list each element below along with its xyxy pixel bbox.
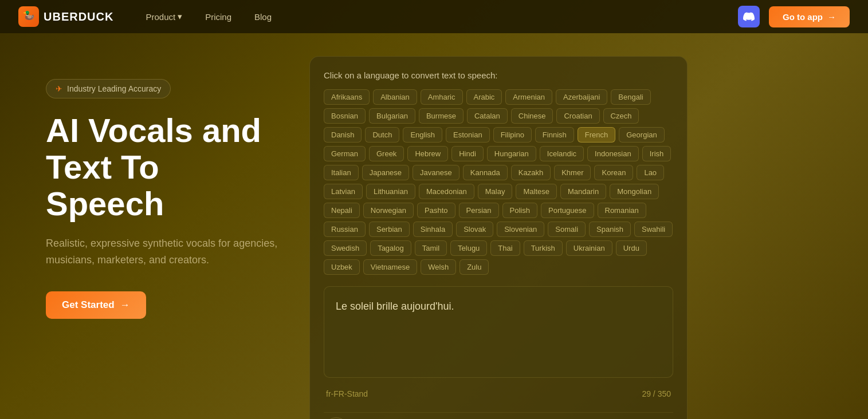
panel-footer: fr-FR-Stand 29 / 350 xyxy=(324,385,673,403)
language-tag[interactable]: Persian xyxy=(459,203,499,218)
language-tag[interactable]: Dutch xyxy=(365,127,399,143)
language-tag[interactable]: Mongolian xyxy=(610,184,659,199)
language-tag[interactable]: Amharic xyxy=(421,89,463,105)
language-tag[interactable]: Norwegian xyxy=(363,203,414,218)
language-tag[interactable]: Uzbek xyxy=(324,259,360,275)
language-tag[interactable]: Lithuanian xyxy=(366,184,415,199)
language-tag[interactable]: Spanish xyxy=(589,222,631,237)
language-tag[interactable]: Slovak xyxy=(456,222,493,237)
language-tag[interactable]: Khmer xyxy=(554,165,591,180)
language-tag[interactable]: Zulu xyxy=(459,259,489,275)
language-tag[interactable]: Serbian xyxy=(369,222,410,237)
language-tag[interactable]: Tagalog xyxy=(370,240,411,256)
language-tag[interactable]: Nepali xyxy=(324,203,360,218)
language-tag[interactable]: Romanian xyxy=(598,203,646,218)
language-tag[interactable]: Urdu xyxy=(616,240,647,256)
language-tag[interactable]: Hindi xyxy=(451,146,484,161)
language-tag[interactable]: Afrikaans xyxy=(324,89,370,105)
language-tag[interactable]: Hebrew xyxy=(407,146,448,161)
language-tag[interactable]: Tamil xyxy=(415,240,447,256)
language-tag[interactable]: Armenian xyxy=(505,89,552,105)
language-tag[interactable]: Croatian xyxy=(556,108,599,124)
language-tag[interactable]: Macedonian xyxy=(419,184,474,199)
accuracy-badge: ✈ Industry Leading Accuracy xyxy=(46,79,171,98)
language-tag[interactable]: Lao xyxy=(637,165,664,180)
tts-panel: Click on a language to convert text to s… xyxy=(309,56,688,419)
language-tag[interactable]: Bosnian xyxy=(324,108,366,124)
language-tag[interactable]: Telugu xyxy=(450,240,487,256)
language-tags: AfrikaansAlbanianAmharicArabicArmenianAz… xyxy=(324,89,673,275)
language-tag[interactable]: Hungarian xyxy=(487,146,536,161)
discord-button[interactable] xyxy=(738,6,760,27)
language-tag[interactable]: Arabic xyxy=(466,89,502,105)
language-tag[interactable]: Bulgarian xyxy=(369,108,415,124)
panel-controls: ▶ ↻ xyxy=(324,412,673,419)
language-tag[interactable]: English xyxy=(403,127,442,143)
text-area-container[interactable]: Le soleil brille aujourd'hui. xyxy=(324,286,673,378)
hero-title: AI Vocals and Text To Speech xyxy=(46,112,286,222)
language-tag[interactable]: Indonesian xyxy=(587,146,639,161)
language-tag[interactable]: Turkish xyxy=(524,240,563,256)
get-started-button[interactable]: Get Started → xyxy=(46,291,146,319)
goto-app-button[interactable]: Go to app → xyxy=(769,6,850,27)
language-tag[interactable]: Bengali xyxy=(611,89,650,105)
arrow-right-icon: → xyxy=(120,299,130,311)
language-tag[interactable]: Swedish xyxy=(324,240,367,256)
language-tag[interactable]: Filipino xyxy=(493,127,532,143)
language-tag[interactable]: Danish xyxy=(324,127,362,143)
language-tag[interactable]: Albanian xyxy=(373,89,417,105)
language-tag[interactable]: Swahili xyxy=(634,222,673,237)
navbar: 🦆 UBERDUCK Product ▾ Pricing Blog Go to … xyxy=(0,0,868,33)
language-tag[interactable]: Catalan xyxy=(467,108,508,124)
language-tag[interactable]: French xyxy=(578,127,615,143)
nav-links: Product ▾ Pricing Blog xyxy=(136,7,738,26)
main-content: ✈ Industry Leading Accuracy AI Vocals an… xyxy=(0,33,868,419)
hero-description: Realistic, expressive synthetic vocals f… xyxy=(46,235,286,268)
language-tag[interactable]: Georgian xyxy=(619,127,664,143)
language-tag[interactable]: Korean xyxy=(594,165,633,180)
language-tag[interactable]: Portuguese xyxy=(541,203,594,218)
nav-pricing[interactable]: Pricing xyxy=(196,7,241,26)
language-tag[interactable]: Burmese xyxy=(419,108,464,124)
logo-text: UBERDUCK xyxy=(44,10,113,23)
language-tag[interactable]: Japanese xyxy=(362,165,409,180)
language-tag[interactable]: Sinhala xyxy=(413,222,453,237)
language-tag[interactable]: Russian xyxy=(324,222,366,237)
language-tag[interactable]: Slovenian xyxy=(497,222,544,237)
nav-right: Go to app → xyxy=(738,6,850,27)
language-tag[interactable]: Finnish xyxy=(535,127,574,143)
language-tag[interactable]: Pashto xyxy=(417,203,455,218)
language-tag[interactable]: Ukrainian xyxy=(566,240,612,256)
language-tag[interactable]: Mandarin xyxy=(560,184,606,199)
language-tag[interactable]: Czech xyxy=(603,108,639,124)
nav-blog[interactable]: Blog xyxy=(245,7,281,26)
language-tag[interactable]: Maltese xyxy=(516,184,557,199)
nav-product[interactable]: Product ▾ xyxy=(136,7,191,26)
logo[interactable]: 🦆 UBERDUCK xyxy=(18,6,113,27)
panel-title: Click on a language to convert text to s… xyxy=(324,70,673,80)
language-tag[interactable]: Kazakh xyxy=(511,165,551,180)
language-tag[interactable]: German xyxy=(324,146,366,161)
tts-text[interactable]: Le soleil brille aujourd'hui. xyxy=(336,298,661,315)
language-tag[interactable]: Javanese xyxy=(413,165,459,180)
discord-icon xyxy=(743,11,755,22)
language-tag[interactable]: Vietnamese xyxy=(363,259,417,275)
voice-label: fr-FR-Stand xyxy=(326,389,368,398)
language-tag[interactable]: Icelandic xyxy=(540,146,584,161)
language-tag[interactable]: Italian xyxy=(324,165,359,180)
language-tag[interactable]: Welsh xyxy=(421,259,456,275)
language-tag[interactable]: Greek xyxy=(369,146,404,161)
language-tag[interactable]: Thai xyxy=(490,240,520,256)
language-tag[interactable]: Kannada xyxy=(463,165,508,180)
language-tag[interactable]: Latvian xyxy=(324,184,363,199)
language-tag[interactable]: Polish xyxy=(502,203,537,218)
language-tag[interactable]: Malay xyxy=(478,184,513,199)
language-tag[interactable]: Estonian xyxy=(446,127,490,143)
language-tag[interactable]: Irish xyxy=(642,146,671,161)
language-tag[interactable]: Azerbaijani xyxy=(556,89,607,105)
logo-icon: 🦆 xyxy=(18,6,39,27)
language-tag[interactable]: Somali xyxy=(548,222,586,237)
language-tag[interactable]: Chinese xyxy=(511,108,553,124)
accuracy-icon: ✈ xyxy=(56,84,62,93)
left-panel: ✈ Industry Leading Accuracy AI Vocals an… xyxy=(46,56,286,319)
